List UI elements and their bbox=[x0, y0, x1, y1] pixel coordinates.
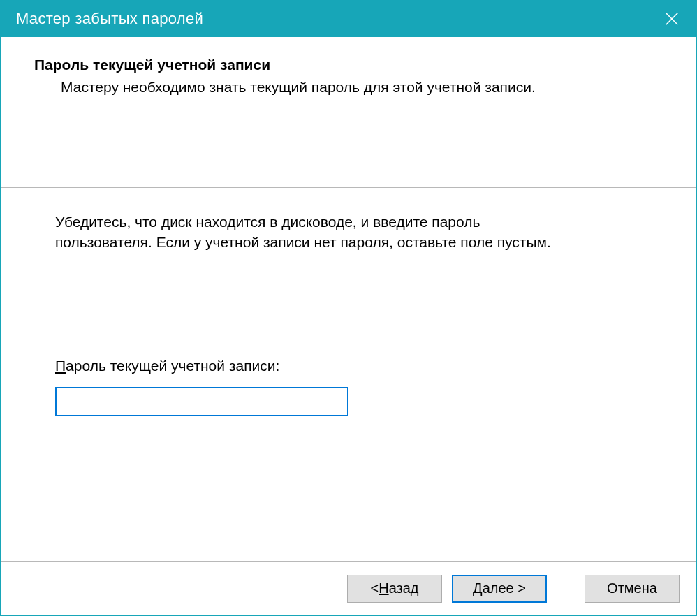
cancel-button[interactable]: Отмена bbox=[585, 575, 680, 603]
titlebar[interactable]: Мастер забытых паролей bbox=[1, 1, 696, 37]
back-button[interactable]: < Назад bbox=[347, 575, 442, 603]
wizard-window: Мастер забытых паролей Пароль текущей уч… bbox=[0, 0, 697, 616]
wizard-header: Пароль текущей учетной записи Мастеру не… bbox=[1, 37, 696, 188]
close-button[interactable] bbox=[647, 1, 696, 37]
instruction-text: Убедитесь, что диск находится в дисковод… bbox=[55, 212, 558, 253]
wizard-footer: < Назад Далее > Отмена bbox=[1, 561, 696, 615]
window-title: Мастер забытых паролей bbox=[16, 10, 203, 28]
wizard-step-subtitle: Мастеру необходимо знать текущий пароль … bbox=[34, 78, 663, 97]
wizard-content: Убедитесь, что диск находится в дисковод… bbox=[1, 188, 696, 561]
close-icon bbox=[666, 13, 678, 25]
password-field-group: Пароль текущей учетной записи: bbox=[55, 358, 642, 416]
password-input[interactable] bbox=[55, 387, 348, 416]
wizard-step-title: Пароль текущей учетной записи bbox=[34, 57, 663, 73]
next-button[interactable]: Далее > bbox=[452, 575, 547, 603]
password-label: Пароль текущей учетной записи: bbox=[55, 358, 642, 374]
